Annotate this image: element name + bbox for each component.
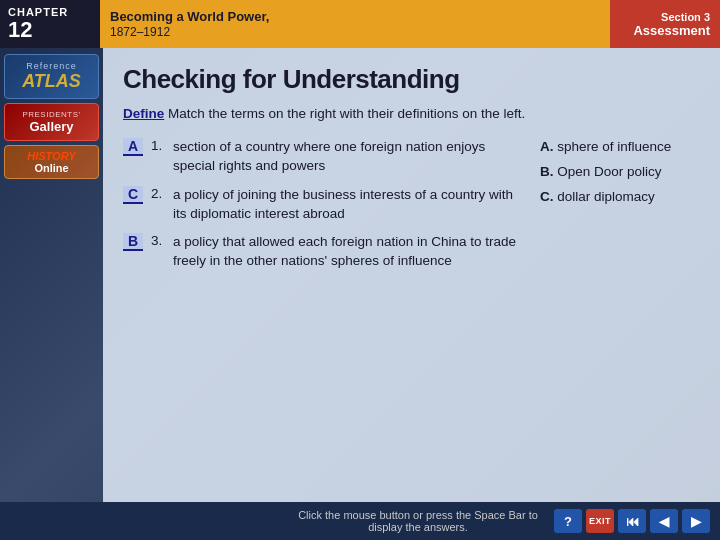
nav-buttons: ? EXIT ⏮ ◀ ▶ [554,509,710,533]
sidebar-item-gallery[interactable]: PRESIDENTS' Gallery [4,103,99,141]
q-number-1: 1. [151,138,169,153]
answer-a-text: sphere of influence [557,139,671,154]
instruction-text: Define Match the terms on the right with… [123,105,700,124]
q-number-2: 2. [151,186,169,201]
atlas-label: ATLAS [22,71,81,92]
section-box: Section 3 Assessment [610,0,720,48]
question-item-1: A 1. section of a country where one fore… [123,138,530,176]
top-bar: CHAPTER 12 Becoming a World Power, 1872–… [0,0,720,48]
presidents-label: PRESIDENTS' [22,110,80,119]
page-title: Checking for Understanding [123,64,700,95]
answer-a-letter: A. [540,139,554,154]
question-item-3: B 3. a policy that allowed each foreign … [123,233,530,271]
bottom-bar: Click the mouse button or press the Spac… [0,502,720,540]
sidebar-item-atlas[interactable]: Reference ATLAS [4,54,99,99]
help-button[interactable]: ? [554,509,582,533]
instruction-body: Match the terms on the right with their … [164,106,525,121]
q-text-3: a policy that allowed each foreign natio… [173,233,530,271]
book-subtitle: 1872–1912 [110,25,600,39]
answer-item-c: C. dollar diplomacy [540,188,700,207]
chapter-number: 12 [8,18,92,42]
qa-container: A 1. section of a country where one fore… [123,138,700,271]
answer-badge-3: B [123,233,143,251]
answer-b-text: Open Door policy [557,164,661,179]
history-label: HISTORY [27,150,76,162]
answer-item-a: A. sphere of influence [540,138,700,157]
answers-col: A. sphere of influence B. Open Door poli… [530,138,700,271]
q-number-3: 3. [151,233,169,248]
questions-col: A 1. section of a country where one fore… [123,138,530,271]
next-button[interactable]: ▶ [682,509,710,533]
book-title: Becoming a World Power, [110,9,600,25]
section-sub: Assessment [620,23,710,38]
q-text-2: a policy of joining the business interes… [173,186,530,224]
gallery-label: Gallery [29,119,73,134]
answer-badge-1: A [123,138,143,156]
online-label: Online [34,162,68,174]
exit-button[interactable]: EXIT [586,509,614,533]
title-box: Becoming a World Power, 1872–1912 [100,0,610,48]
section-label: Section 3 [620,11,710,23]
answer-item-b: B. Open Door policy [540,163,700,182]
answer-b-letter: B. [540,164,554,179]
main-content: Checking for Understanding Define Match … [103,48,720,502]
answer-badge-2: C [123,186,143,204]
atlas-ref-label: Reference [26,61,77,71]
question-item-2: C 2. a policy of joining the business in… [123,186,530,224]
go-to-start-button[interactable]: ⏮ [618,509,646,533]
answer-c-text: dollar diplomacy [557,189,655,204]
sidebar: Reference ATLAS PRESIDENTS' Gallery HIST… [0,48,103,502]
answer-c-letter: C. [540,189,554,204]
define-label: Define [123,106,164,121]
sidebar-item-history[interactable]: HISTORY Online [4,145,99,179]
previous-button[interactable]: ◀ [650,509,678,533]
bottom-instruction: Click the mouse button or press the Spac… [282,509,554,533]
chapter-box: CHAPTER 12 [0,0,100,48]
q-text-1: section of a country where one foreign n… [173,138,530,176]
